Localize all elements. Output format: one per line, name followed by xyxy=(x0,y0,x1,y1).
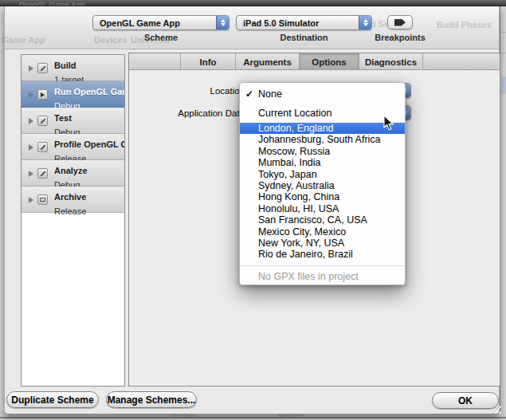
sidebar-item-title: Test xyxy=(54,113,72,123)
scrollbar-line xyxy=(500,53,506,53)
application-data-label: Application Data xyxy=(129,108,245,118)
tab-diagnostics[interactable]: Diagnostics xyxy=(359,53,423,70)
scheme-label: Scheme xyxy=(92,33,229,42)
manage-schemes-button[interactable]: Manage Schemes... xyxy=(106,391,197,408)
disclosure-triangle-icon[interactable] xyxy=(29,197,33,203)
menu-footer-disabled: No GPX files in project xyxy=(240,270,405,283)
location-dropdown-menu: ✓ None Current Location London, England … xyxy=(239,82,406,285)
menu-item-city[interactable]: Johannesburg, South Africa xyxy=(240,134,405,145)
background-faint-text: Game App xyxy=(2,35,45,45)
analyze-icon xyxy=(37,168,48,179)
sidebar-item-archive[interactable]: Archive Release xyxy=(22,186,124,213)
disclosure-triangle-icon[interactable] xyxy=(29,65,33,72)
background-scrollbar xyxy=(500,6,506,420)
scrollbar-thumb xyxy=(501,77,506,94)
sidebar-item-run[interactable]: Run OpenGL Gam... Debug xyxy=(22,81,124,108)
sidebar-item-title: Run OpenGL Gam... xyxy=(54,87,125,96)
destination-popup[interactable]: iPad 5.0 Simulator xyxy=(236,15,372,30)
sidebar-item-title: Archive xyxy=(54,192,86,202)
cursor-pointer-icon xyxy=(383,115,394,131)
tab-bar: Info Arguments Options Diagnostics xyxy=(129,53,500,70)
run-icon xyxy=(37,89,48,100)
city-list: London, England Johannesburg, South Afri… xyxy=(240,123,405,261)
background-window-titlebar: OpenGL Game App xyxy=(0,0,506,6)
archive-icon xyxy=(37,194,48,205)
menu-item-city[interactable]: Mexico City, Mexico xyxy=(240,226,405,237)
sheet-toolbar: Game App Devices Universal Build Setting… xyxy=(5,6,499,49)
sidebar-item-title: Analyze xyxy=(54,166,88,175)
menu-separator xyxy=(241,265,404,266)
tab-options[interactable]: Options xyxy=(300,53,359,70)
popup-stepper-icon xyxy=(359,16,371,29)
tab-info[interactable]: Info xyxy=(180,53,236,70)
menu-item-city[interactable]: Mumbai, India xyxy=(240,157,405,168)
sidebar-item-build[interactable]: Build 1 target xyxy=(22,55,124,81)
disclosure-triangle-icon[interactable] xyxy=(29,144,33,151)
build-icon xyxy=(37,63,48,73)
menu-item-city[interactable]: Rio de Janeiro, Brazil xyxy=(240,249,405,260)
test-icon xyxy=(37,116,48,126)
sidebar-item-test[interactable]: Test Debug xyxy=(22,108,124,134)
sidebar-item-title: Profile OpenGL Ga... xyxy=(54,139,125,149)
scheme-editor-sheet: Game App Devices Universal Build Setting… xyxy=(4,6,500,414)
background-divider xyxy=(0,417,506,418)
scheme-popup[interactable]: OpenGL Game App xyxy=(92,15,229,30)
scheme-actions-sidebar: Build 1 target Run OpenGL Gam... Debug T… xyxy=(21,54,125,387)
menu-item-city[interactable]: Hong Kong, China xyxy=(240,191,405,202)
menu-item-city[interactable]: New York, NY, USA xyxy=(240,237,405,249)
scrollbar-line xyxy=(500,32,506,33)
menu-item-city[interactable]: London, England xyxy=(240,123,405,134)
menu-item-current-location[interactable]: Current Location xyxy=(240,104,405,123)
scheme-popup-value: OpenGL Game App xyxy=(93,18,216,28)
disclosure-triangle-icon[interactable] xyxy=(29,171,33,177)
destination-label: Destination xyxy=(236,33,372,42)
menu-item-city[interactable]: San Francisco, CA, USA xyxy=(240,214,405,226)
tab-arguments[interactable]: Arguments xyxy=(236,53,300,70)
checkmark-icon: ✓ xyxy=(245,88,253,100)
ok-button[interactable]: OK xyxy=(432,392,499,409)
popup-stepper-icon xyxy=(216,16,229,29)
sidebar-item-profile[interactable]: Profile OpenGL Ga... Release xyxy=(22,134,124,160)
menu-item-city[interactable]: Tokyo, Japan xyxy=(240,169,405,180)
disclosure-triangle-icon[interactable] xyxy=(29,118,33,124)
destination-popup-value: iPad 5.0 Simulator xyxy=(237,18,359,28)
menu-item-city[interactable]: Moscow, Russia xyxy=(240,146,405,157)
location-label: Location xyxy=(129,86,245,96)
disclosure-triangle-icon[interactable] xyxy=(29,92,33,98)
menu-item-none[interactable]: ✓ None xyxy=(240,84,405,104)
breakpoint-arrow-icon xyxy=(394,19,406,26)
profile-icon xyxy=(37,142,48,152)
background-window-title: OpenGL Game App xyxy=(19,1,85,6)
sidebar-item-subtitle: Release xyxy=(54,206,86,216)
breakpoints-toggle-button[interactable] xyxy=(387,15,413,29)
sidebar-item-title: Build xyxy=(54,61,76,70)
duplicate-scheme-button[interactable]: Duplicate Scheme xyxy=(6,391,99,408)
breakpoints-label: Breakpoints xyxy=(362,33,438,42)
menu-item-city[interactable]: Honolulu, HI, USA xyxy=(240,203,405,214)
sidebar-item-analyze[interactable]: Analyze Debug xyxy=(22,160,124,186)
menu-item-city[interactable]: Sydney, Australia xyxy=(240,180,405,191)
xcode-scheme-sheet: OpenGL Game App specified specified Game… xyxy=(0,0,506,420)
background-faint-text: Build Phases xyxy=(437,20,492,29)
